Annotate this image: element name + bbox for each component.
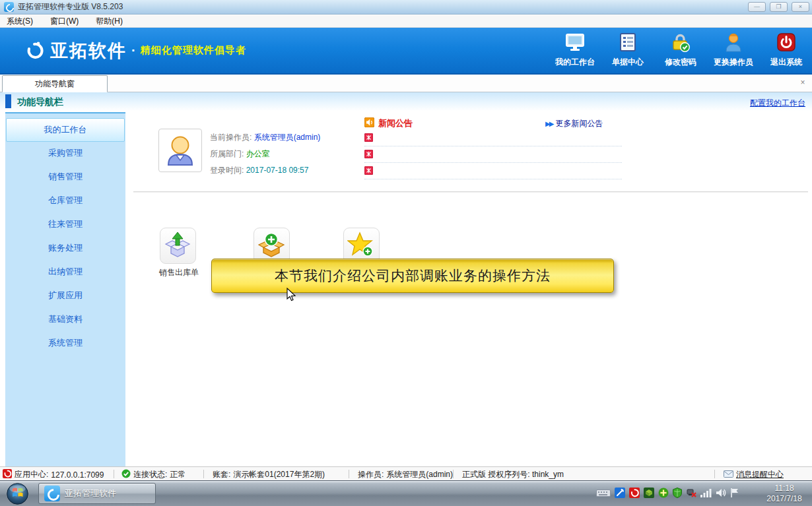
double-arrow-icon: ▶▶: [545, 120, 553, 127]
app-window: 亚拓管理软件专业版 V8.5.203 — ❐ × 系统(S) 窗口(W) 帮助(…: [0, 0, 812, 506]
connection-label: 连接状态:: [133, 469, 167, 480]
clock-time: 11:18: [758, 483, 811, 493]
start-button[interactable]: [7, 483, 28, 505]
shortcut-label: 销售出库单: [159, 267, 196, 278]
sidebar-item-cashier[interactable]: 出纳管理: [5, 261, 125, 284]
news-item[interactable]: [364, 132, 622, 146]
system-tray: [596, 488, 739, 501]
account-label: 账套:: [213, 469, 230, 480]
change-password-label: 修改密码: [665, 57, 696, 68]
envelope-icon: [724, 470, 733, 480]
sidebar-item-accounting[interactable]: 账务处理: [5, 237, 125, 261]
status-operator-label: 操作员:: [358, 469, 384, 480]
action-center-flag-icon[interactable]: [730, 488, 739, 501]
sidebar: 我的工作台 采购管理 销售管理 仓库管理 往来管理 账务处理 出纳管理 扩展应用…: [5, 112, 125, 466]
menu-help[interactable]: 帮助(H): [96, 16, 123, 27]
keyboard-icon[interactable]: [596, 488, 611, 500]
package-tray-icon[interactable]: [644, 488, 654, 501]
connection-status: 连接状态: 正常: [121, 469, 186, 480]
my-workbench-button[interactable]: 我的工作台: [555, 33, 595, 68]
license-text: 正式版 授权序列号: think_ym: [462, 469, 564, 480]
message-center[interactable]: 消息提醒中心: [724, 469, 784, 480]
clock-date: 2017/7/18: [758, 493, 811, 504]
brand-separator: ·: [131, 43, 136, 58]
nav-bar: 功能导航栏 配置我的工作台: [0, 92, 812, 111]
more-news-link[interactable]: ▶▶更多新闻公告: [545, 118, 603, 129]
switch-operator-button[interactable]: 更换操作员: [713, 33, 754, 68]
tutorial-banner: 本节我们介绍公司内部调账业务的操作方法: [211, 259, 614, 293]
menu-window[interactable]: 窗口(W): [50, 16, 79, 27]
exit-system-button[interactable]: 退出系统: [766, 33, 807, 68]
shortcut-sales-outbound[interactable]: 销售出库单: [159, 228, 196, 278]
yatuo-tray-icon[interactable]: [629, 488, 640, 501]
input-method-icon[interactable]: [615, 488, 625, 501]
brand-header: 亚拓软件 · 精细化管理软件倡导者 我的工作台: [0, 28, 812, 75]
status-separator: [349, 470, 349, 478]
close-button[interactable]: ×: [792, 2, 809, 12]
box-out-icon: [164, 231, 191, 261]
sidebar-item-contacts[interactable]: 往来管理: [5, 213, 125, 237]
section-divider: [133, 191, 808, 193]
shield-icon[interactable]: [673, 488, 682, 501]
app-logo-icon: [4, 2, 14, 12]
sidebar-item-sales[interactable]: 销售管理: [5, 166, 125, 189]
news-bullet-icon: [364, 166, 373, 177]
sidebar-item-purchase[interactable]: 采购管理: [5, 142, 125, 166]
news-item[interactable]: [364, 148, 622, 163]
taskbar-clock[interactable]: 11:18 2017/7/18: [758, 483, 811, 504]
change-password-button[interactable]: 修改密码: [660, 33, 701, 68]
brand-slogan: 精细化管理软件倡导者: [141, 44, 246, 57]
status-bar: 应用中心: 127.0.0.1:7099 连接状态: 正常 账套: 演示帐套01…: [0, 466, 812, 480]
minimize-button[interactable]: —: [748, 2, 766, 12]
sidebar-item-base-data[interactable]: 基础资料: [5, 308, 125, 332]
signal-bars-icon[interactable]: [700, 488, 712, 500]
speaker-icon: [364, 117, 374, 129]
menu-system[interactable]: 系统(S): [7, 16, 33, 27]
avatar: [158, 129, 202, 172]
operator-label: 当前操作员:: [210, 133, 252, 142]
safety-plus-icon[interactable]: [658, 488, 669, 501]
news-bullet-icon: [364, 150, 373, 160]
star-add-icon: [347, 231, 375, 261]
taskbar: 亚拓管理软件: [0, 480, 812, 506]
taskbar-app-label: 亚拓管理软件: [65, 488, 116, 499]
restore-button[interactable]: ❐: [770, 2, 788, 12]
user-icon: [724, 33, 743, 55]
lock-check-icon: [671, 33, 691, 55]
news-header: 新闻公告: [364, 117, 413, 129]
news-item[interactable]: [364, 165, 622, 179]
document-center-label: 单据中心: [612, 57, 644, 68]
news-bullet-icon: [364, 133, 373, 144]
sidebar-item-warehouse[interactable]: 仓库管理: [5, 189, 125, 213]
tab-close-icon[interactable]: ×: [797, 77, 808, 88]
login-time-label: 登录时间:: [210, 166, 244, 175]
login-time-value: 2017-07-18 09:57: [246, 166, 309, 175]
status-operator-value: 系统管理员(admin): [386, 469, 453, 480]
monitor-icon: [564, 33, 586, 55]
taskbar-app-button[interactable]: 亚拓管理软件: [38, 483, 156, 504]
department-value: 办公室: [246, 149, 270, 158]
news-title: 新闻公告: [378, 117, 413, 129]
exit-system-label: 退出系统: [770, 57, 802, 68]
network-error-icon[interactable]: [686, 488, 696, 501]
configure-workbench-link[interactable]: 配置我的工作台: [750, 98, 805, 109]
taskbar-app-icon: [44, 486, 60, 501]
volume-icon[interactable]: [716, 488, 726, 500]
tab-function-navigator[interactable]: 功能导航窗: [2, 75, 108, 92]
login-time-line: 登录时间: 2017-07-18 09:57: [210, 165, 308, 176]
sidebar-item-extensions[interactable]: 扩展应用: [5, 284, 125, 308]
department-line: 所属部门: 办公室: [210, 148, 270, 160]
app-center-label: 应用中心:: [15, 469, 48, 480]
account-value: 演示帐套01(2017年第2期): [233, 469, 325, 480]
nav-accent-block: [5, 94, 11, 108]
sidebar-item-system[interactable]: 系统管理: [5, 332, 125, 356]
status-separator: [114, 470, 114, 478]
department-label: 所属部门:: [210, 149, 244, 158]
message-center-link: 消息提醒中心: [736, 469, 784, 480]
status-separator: [714, 470, 715, 478]
license-status: 正式版 授权序列号: think_ym: [462, 469, 564, 480]
sidebar-item-my-workbench[interactable]: 我的工作台: [6, 118, 125, 142]
operator-line: 当前操作员: 系统管理员(admin): [210, 132, 320, 143]
document-center-button[interactable]: 单据中心: [607, 33, 648, 68]
mouse-cursor: [286, 288, 296, 305]
